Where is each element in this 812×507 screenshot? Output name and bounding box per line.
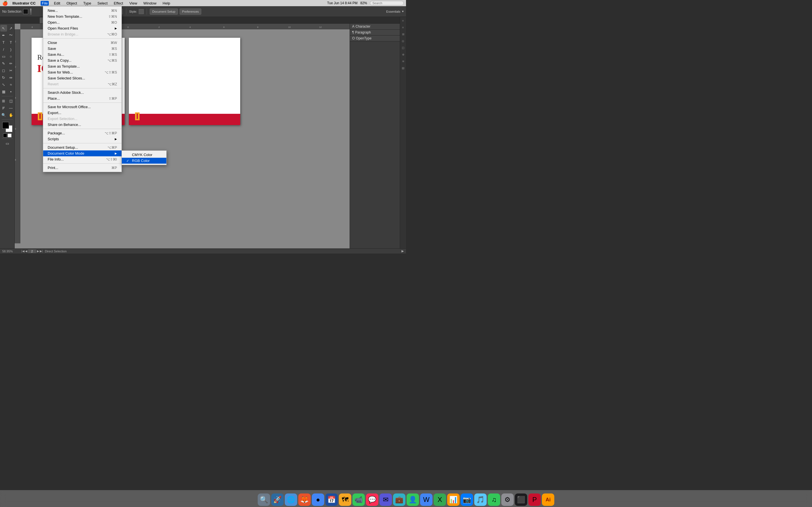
menu-scripts-arrow: ▶	[115, 137, 117, 140]
menu-view[interactable]: View	[128, 1, 139, 6]
menubar-battery: 82%	[360, 1, 367, 5]
menu-new-template-shortcut: ⇧⌘N	[108, 15, 117, 18]
menu-color-mode-label: Document Color Mode	[48, 151, 84, 156]
menu-open-recent[interactable]: Open Recent Files ▶	[43, 25, 121, 31]
menu-color-mode[interactable]: Document Color Mode ▶	[43, 151, 121, 156]
menu-open-shortcut: ⌘O	[111, 20, 117, 24]
rgb-checkmark: ✓	[126, 159, 130, 163]
apple-menu[interactable]: 🍎	[2, 1, 8, 6]
rgb-label: RGB Color	[132, 159, 150, 163]
menu-close-shortcut: ⌘W	[110, 41, 117, 45]
menu-save-as-label: Save As...	[48, 52, 64, 57]
menu-open-recent-label: Open Recent Files	[48, 26, 78, 31]
menu-search-stock[interactable]: Search Adobe Stock...	[43, 90, 121, 96]
submenu-rgb[interactable]: ✓ RGB Color	[122, 158, 166, 164]
menu-scripts[interactable]: Scripts ▶	[43, 136, 121, 142]
menu-type[interactable]: Type	[82, 1, 92, 6]
menu-object[interactable]: Object	[65, 1, 79, 6]
menu-sep-2	[43, 88, 121, 89]
menu-file-info-label: File Info...	[48, 157, 64, 161]
menu-sep-6	[43, 163, 121, 164]
menu-file[interactable]: File	[41, 1, 49, 6]
menu-save-copy-shortcut: ⌥⌘S	[107, 59, 117, 62]
menubar-search[interactable]	[370, 1, 404, 5]
menu-export[interactable]: Export...	[43, 110, 121, 116]
menu-sep-4	[43, 129, 121, 129]
cmyk-label: CMYK Color	[132, 153, 152, 157]
menu-place-label: Place...	[48, 96, 60, 101]
menu-save-copy[interactable]: Save a Copy... ⌥⌘S	[43, 57, 121, 63]
menu-place[interactable]: Place... ⇧⌘P	[43, 96, 121, 101]
menu-revert-shortcut: ⌥⌘Z	[108, 82, 117, 86]
menu-print-shortcut: ⌘P	[111, 166, 117, 170]
file-menu: New... ⌘N New from Template... ⇧⌘N Open.…	[43, 6, 122, 172]
menu-new-label: New...	[48, 8, 58, 13]
menu-package-label: Package...	[48, 131, 65, 135]
menu-print[interactable]: Print... ⌘P	[43, 165, 121, 171]
menu-color-mode-arrow: ▶	[115, 152, 117, 155]
menu-doc-setup-shortcut: ⌥⌘P	[107, 146, 117, 150]
menu-save-slices-label: Save Selected Slices...	[48, 76, 85, 80]
submenu-color-mode: CMYK Color ✓ RGB Color	[121, 151, 167, 165]
menu-save[interactable]: Save ⌘S	[43, 46, 121, 52]
menu-save-office-label: Save for Microsoft Office...	[48, 105, 91, 109]
menu-share-behance-label: Share on Behance...	[48, 122, 81, 127]
menu-browse-bridge-shortcut: ⌥⌘O	[107, 33, 117, 36]
submenu-cmyk[interactable]: CMYK Color	[122, 152, 166, 158]
menu-sep-5	[43, 143, 121, 144]
menu-sep-3	[43, 103, 121, 103]
menu-search-stock-label: Search Adobe Stock...	[48, 91, 84, 95]
menu-save-template-label: Save as Template...	[48, 64, 80, 68]
menu-new-template[interactable]: New from Template... ⇧⌘N	[43, 13, 121, 19]
menu-save-label: Save	[48, 47, 56, 51]
menu-open-recent-arrow: ▶	[115, 27, 117, 30]
menu-doc-setup[interactable]: Document Setup... ⌥⌘P	[43, 145, 121, 151]
menu-close[interactable]: Close ⌘W	[43, 40, 121, 46]
menu-browse-bridge-label: Browse in Bridge...	[48, 32, 79, 36]
menu-export-selection-label: Export Selection...	[48, 117, 78, 121]
menubar: 🍎 Illustrator CC File Edit Object Type S…	[0, 0, 406, 6]
menu-print-label: Print...	[48, 166, 58, 170]
menu-save-web[interactable]: Save for Web... ⌥⇧⌘S	[43, 69, 121, 75]
menu-open-label: Open...	[48, 20, 60, 24]
menu-save-template[interactable]: Save as Template...	[43, 63, 121, 69]
menubar-time: Tue Jun 14 8:44 PM	[327, 1, 357, 5]
menubar-right: Tue Jun 14 8:44 PM 82%	[327, 1, 404, 5]
menu-sep-1	[43, 38, 121, 39]
menu-new[interactable]: New... ⌘N	[43, 8, 121, 13]
menu-open[interactable]: Open... ⌘O	[43, 19, 121, 25]
menu-help[interactable]: Help	[161, 1, 171, 6]
menu-effect[interactable]: Effect	[113, 1, 124, 6]
menu-export-label: Export...	[48, 111, 61, 115]
menu-share-behance[interactable]: Share on Behance...	[43, 122, 121, 128]
menu-package[interactable]: Package... ⌥⇧⌘P	[43, 130, 121, 136]
menu-close-label: Close	[48, 41, 57, 45]
menu-export-selection[interactable]: Export Selection...	[43, 116, 121, 122]
menu-new-shortcut: ⌘N	[111, 9, 117, 13]
menu-new-template-label: New from Template...	[48, 14, 82, 18]
menu-save-web-shortcut: ⌥⇧⌘S	[105, 70, 117, 74]
menu-file-info[interactable]: File Info... ⌥⇧⌘I	[43, 156, 121, 162]
menu-revert-label: Revert	[48, 82, 58, 86]
menu-select[interactable]: Select	[96, 1, 109, 6]
menu-package-shortcut: ⌥⇧⌘P	[105, 131, 117, 135]
menu-edit[interactable]: Edit	[53, 1, 61, 6]
menu-file-info-shortcut: ⌥⇧⌘I	[106, 158, 117, 161]
menu-save-office[interactable]: Save for Microsoft Office...	[43, 104, 121, 110]
menu-scripts-label: Scripts	[48, 137, 59, 141]
menu-doc-setup-label: Document Setup...	[48, 145, 78, 150]
menu-save-copy-label: Save a Copy...	[48, 58, 71, 62]
menu-browse-bridge[interactable]: Browse in Bridge... ⌥⌘O	[43, 31, 121, 37]
menu-window[interactable]: Window	[142, 1, 158, 6]
menu-save-as[interactable]: Save As... ⇧⌘S	[43, 52, 121, 57]
menu-save-slices[interactable]: Save Selected Slices...	[43, 75, 121, 81]
app-name[interactable]: Illustrator CC	[11, 1, 37, 6]
menu-save-shortcut: ⌘S	[111, 47, 117, 51]
menu-save-as-shortcut: ⇧⌘S	[109, 53, 117, 57]
menu-revert[interactable]: Revert ⌥⌘Z	[43, 81, 121, 87]
menu-save-web-label: Save for Web...	[48, 70, 73, 74]
menu-place-shortcut: ⇧⌘P	[109, 97, 117, 101]
